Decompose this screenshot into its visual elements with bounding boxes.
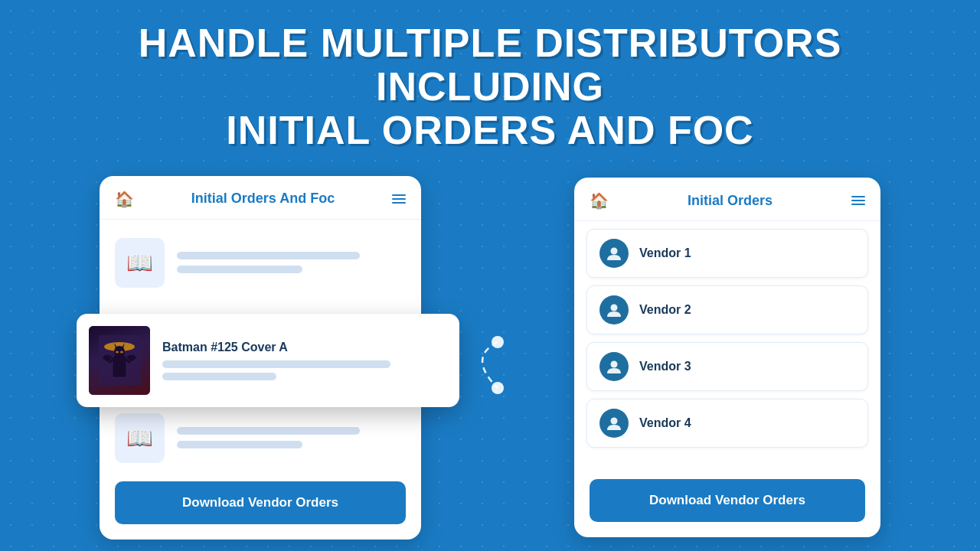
book-icon: 📖 [126, 250, 153, 276]
svg-point-6 [120, 351, 123, 354]
left-download-button[interactable]: Download Vendor Orders [115, 481, 406, 524]
cards-row: 🏠 Initial Orders And Foc 📖 [0, 176, 980, 540]
batman-svg [99, 335, 141, 385]
vendor-avatar [599, 239, 629, 268]
connector-area [452, 319, 544, 396]
user-icon [606, 245, 622, 262]
main-container: HANDLE MULTIPLE DISTRIBUTORS INCLUDING I… [0, 0, 980, 551]
skeleton-line [162, 373, 276, 380]
left-card-header: 🏠 Initial Orders And Foc [100, 176, 421, 220]
comic-card: Batman #125 Cover A [77, 314, 459, 407]
vendor-item: Vendor 3 [586, 342, 868, 391]
vendor-avatar [599, 409, 629, 438]
vendor-item: Vendor 1 [586, 229, 868, 278]
list-item: 📖 [115, 232, 406, 294]
vendor-name: Vendor 3 [639, 360, 691, 373]
svg-point-8 [492, 382, 504, 394]
vendor-item: Vendor 2 [586, 285, 868, 334]
right-card-title: Initial Orders [618, 193, 842, 209]
skeleton-line [177, 266, 302, 273]
right-download-button[interactable]: Download Vendor Orders [590, 479, 865, 522]
skeleton-line [177, 252, 360, 259]
connector-svg [452, 281, 544, 434]
svg-point-5 [116, 351, 119, 354]
vendor-list: Vendor 1 Vendor 2 [574, 221, 880, 479]
left-menu-icon[interactable] [392, 194, 406, 204]
comic-info: Batman #125 Cover A [162, 341, 447, 380]
left-card: 🏠 Initial Orders And Foc 📖 [100, 176, 421, 540]
book-icon-box: 📖 [115, 238, 165, 288]
comic-title: Batman #125 Cover A [162, 341, 447, 354]
right-card: 🏠 Initial Orders Vendor 1 [574, 178, 880, 537]
svg-point-12 [611, 418, 618, 425]
comic-skeleton-lines [162, 360, 447, 380]
home-icon: 🏠 [590, 191, 609, 210]
svg-point-9 [611, 248, 618, 255]
user-icon [606, 415, 622, 432]
user-icon [606, 358, 622, 375]
svg-point-7 [492, 336, 504, 348]
svg-point-11 [611, 361, 618, 368]
skeleton-line [162, 360, 390, 368]
list-item: 📖 [115, 407, 406, 469]
vendor-name: Vendor 4 [639, 416, 691, 430]
vendor-name: Vendor 2 [639, 303, 691, 317]
skeleton-lines [177, 427, 406, 448]
vendor-avatar [599, 352, 629, 381]
skeleton-line [177, 441, 302, 448]
svg-point-10 [611, 305, 618, 311]
left-card-title: Initial Orders And Foc [143, 191, 383, 207]
right-menu-icon[interactable] [851, 196, 865, 205]
vendor-name: Vendor 1 [639, 246, 691, 260]
vendor-avatar [599, 295, 629, 324]
book-icon-box: 📖 [115, 413, 165, 463]
right-card-header: 🏠 Initial Orders [574, 178, 880, 221]
skeleton-lines [177, 252, 406, 273]
comic-cover [89, 326, 150, 395]
vendor-item: Vendor 4 [586, 399, 868, 448]
page-title: HANDLE MULTIPLE DISTRIBUTORS INCLUDING I… [69, 21, 911, 153]
skeleton-line [177, 427, 360, 435]
home-icon: 🏠 [115, 190, 134, 208]
book-icon: 📖 [126, 425, 153, 451]
user-icon [606, 302, 622, 318]
